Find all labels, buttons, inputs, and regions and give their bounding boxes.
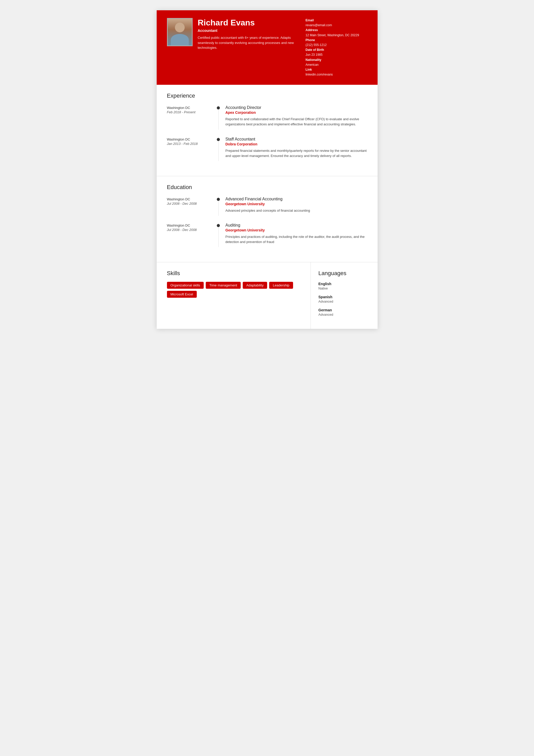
entry-date: Jul 2008 - Dec 2008 [167,202,218,205]
entry-content: Accounting Director Apex Corporation Rep… [218,105,367,129]
entry-dot [217,106,220,109]
candidate-bio: Certified public accountant with 6+ year… [198,35,300,50]
languages-section: Languages English Native Spanish Advance… [311,262,378,329]
skill-tag: Time management [206,282,241,289]
education-list: Washington DC Jul 2008 - Dec 2008 Advanc… [167,197,367,247]
entry-meta: Washington DC Jan 2013 - Feb 2018 [167,137,218,161]
experience-list: Washington DC Feb 2018 - Present Account… [167,105,367,161]
entry-company: Dobra Corporation [226,142,367,146]
entry-desc: Reported to and collaborated with the Ch… [226,117,367,127]
nationality-value: American [306,63,319,67]
email-label: Email [306,18,314,22]
avatar [167,18,193,46]
entry-company: Georgetown University [226,202,367,206]
education-title: Education [167,184,367,191]
languages-title: Languages [318,270,370,277]
entry-city: Washington DC [167,197,218,201]
language-level: Native [318,286,370,290]
link-label: Link [306,68,312,71]
entry-meta: Washington DC Jul 2008 - Dec 2008 [167,197,218,216]
experience-section: Experience Washington DC Feb 2018 - Pres… [157,85,378,176]
language-name: German [318,308,370,312]
dob-label: Date of Birth [306,48,324,52]
resume-header: Richard Evans Accountant Certified publi… [157,10,378,85]
skill-tag: Microsoft Excel [167,291,197,298]
entry-desc: Advanced principles and concepts of fina… [226,208,367,213]
entry-desc: Principles and practices of auditing, in… [226,234,367,245]
nationality-label: Nationality [306,58,321,62]
bottom-section: Skills Organizational skillsTime managem… [157,262,378,329]
entry-content: Auditing Georgetown University Principle… [218,223,367,247]
entry-meta: Washington DC Jul 2008 - Dec 2008 [167,223,218,247]
language-name: English [318,282,370,286]
address-label: Address [306,28,318,32]
entry-dot [217,224,220,227]
entry-role: Staff Accountant [226,137,367,142]
entry-city: Washington DC [167,224,218,227]
email-value: revans@email.com [306,23,332,27]
dob-value: Jun 23 1985 [306,53,323,57]
contact-info: Email revans@email.com Address 12 Main S… [306,18,367,77]
entry-company: Apex Corporation [226,110,367,115]
language-level: Advanced [318,312,370,316]
skills-list: Organizational skillsTime managementAdap… [167,282,300,298]
skills-section: Skills Organizational skillsTime managem… [157,262,311,329]
phone-value: (212) 555-1212 [306,43,327,47]
education-entry: Washington DC Jul 2008 - Dec 2008 Advanc… [167,197,367,216]
entry-content: Staff Accountant Dobra Corporation Prepa… [218,137,367,161]
experience-entry: Washington DC Jan 2013 - Feb 2018 Staff … [167,137,367,161]
entry-role: Auditing [226,223,367,228]
languages-list: English Native Spanish Advanced German A… [318,282,370,316]
language-level: Advanced [318,300,370,303]
skill-tag: Leadership [269,282,293,289]
entry-meta: Washington DC Feb 2018 - Present [167,105,218,129]
candidate-name: Richard Evans [198,18,300,27]
link-value: linkedin.com/revans [306,73,333,76]
entry-dot [217,198,220,201]
entry-date: Feb 2018 - Present [167,110,218,114]
header-left: Richard Evans Accountant Certified publi… [167,18,300,77]
address-value: 12 Main Street, Washington, DC 20229 [306,33,359,37]
entry-city: Washington DC [167,137,218,141]
entry-desc: Prepared financial statements and monthl… [226,148,367,158]
entry-role: Advanced Financial Accounting [226,197,367,202]
entry-content: Advanced Financial Accounting Georgetown… [218,197,367,216]
skill-tag: Adaptability [243,282,267,289]
entry-dot [217,138,220,141]
candidate-title: Accountant [198,29,300,33]
education-entry: Washington DC Jul 2008 - Dec 2008 Auditi… [167,223,367,247]
entry-date: Jul 2008 - Dec 2008 [167,228,218,232]
entry-company: Georgetown University [226,228,367,232]
education-section: Education Washington DC Jul 2008 - Dec 2… [157,176,378,262]
resume-container: Richard Evans Accountant Certified publi… [157,10,378,329]
language-item: German Advanced [318,308,370,316]
language-name: Spanish [318,295,370,299]
header-info: Richard Evans Accountant Certified publi… [198,18,300,77]
entry-role: Accounting Director [226,105,367,110]
skills-title: Skills [167,270,300,277]
experience-entry: Washington DC Feb 2018 - Present Account… [167,105,367,129]
experience-title: Experience [167,93,367,99]
skill-tag: Organizational skills [167,282,204,289]
entry-city: Washington DC [167,106,218,110]
phone-label: Phone [306,38,315,42]
language-item: Spanish Advanced [318,295,370,303]
language-item: English Native [318,282,370,290]
entry-date: Jan 2013 - Feb 2018 [167,142,218,146]
